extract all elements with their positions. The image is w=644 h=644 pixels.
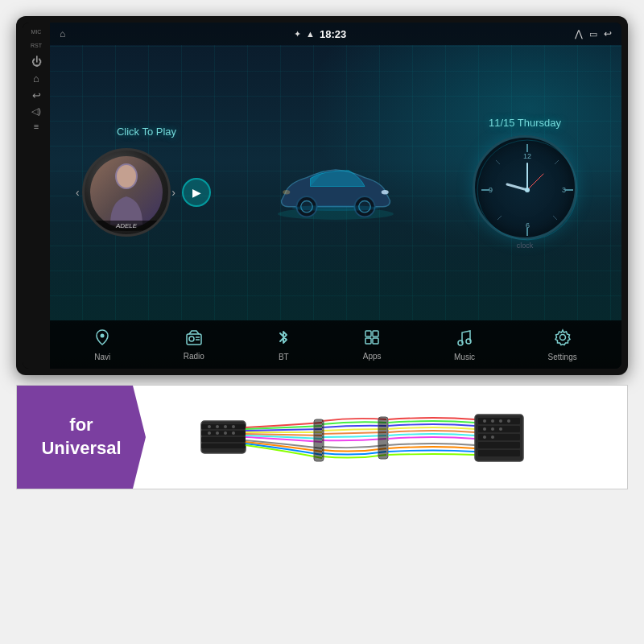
svg-point-63: [507, 419, 510, 423]
home-button[interactable]: ⌂: [33, 73, 39, 84]
svg-point-46: [224, 425, 227, 428]
svg-point-66: [499, 427, 502, 431]
navi-icon: [94, 328, 110, 350]
svg-point-47: [232, 425, 235, 428]
product-tag: for Universal: [17, 386, 146, 489]
window-icon: ▭: [589, 29, 597, 39]
status-left: ⌂: [60, 28, 65, 39]
svg-point-61: [491, 419, 494, 423]
svg-text:12: 12: [523, 152, 531, 160]
head-unit: MIC RST ⏻ ⌂ ↩ ◁) ≡ ⌂ ✦ ▲: [16, 16, 628, 375]
bt-label: BT: [279, 353, 289, 361]
wifi-icon: ▲: [306, 29, 315, 39]
svg-point-26: [525, 188, 530, 192]
svg-point-38: [559, 334, 565, 340]
content-area: Click To Play ‹: [50, 45, 621, 320]
expand-icon: ⋀: [575, 28, 583, 39]
svg-point-8: [283, 190, 290, 194]
settings-label: Settings: [548, 353, 577, 361]
apps-icon: [364, 329, 380, 349]
svg-point-7: [382, 190, 389, 194]
svg-text:3: 3: [562, 186, 566, 194]
nav-bt[interactable]: BT: [270, 325, 296, 365]
svg-rect-43: [201, 444, 246, 448]
nav-music[interactable]: Music: [448, 325, 481, 365]
album-disc[interactable]: ADELE: [82, 148, 171, 237]
home-icon: ⌂: [60, 28, 65, 39]
menu-button[interactable]: ≡: [34, 122, 39, 131]
svg-line-22: [496, 160, 500, 164]
bluetooth-nav-icon: [277, 328, 290, 350]
artist-label: ADELE: [85, 221, 168, 231]
product-section: for Universal: [16, 385, 628, 489]
svg-point-67: [483, 436, 486, 439]
bluetooth-icon: ✦: [294, 29, 301, 39]
time-display: 18:23: [320, 28, 346, 40]
svg-point-1: [117, 165, 136, 188]
svg-point-48: [208, 431, 211, 435]
nav-navi[interactable]: Navi: [88, 325, 117, 365]
svg-rect-52: [314, 419, 324, 461]
svg-point-64: [483, 427, 486, 431]
svg-point-50: [224, 431, 227, 435]
svg-rect-59: [478, 450, 520, 456]
svg-point-60: [483, 419, 486, 423]
tag-line1: for: [41, 414, 121, 437]
play-button[interactable]: ▶: [182, 178, 211, 207]
settings-icon: [554, 328, 572, 350]
bottom-nav: Navi Radio: [50, 320, 621, 369]
svg-text:9: 9: [489, 186, 493, 194]
main-screen: ⌂ ✦ ▲ 18:23 ⋀ ▭ ↩ Click To Play: [50, 23, 621, 369]
svg-rect-53: [378, 417, 388, 459]
power-button[interactable]: ⏻: [31, 56, 42, 67]
navi-label: Navi: [94, 353, 110, 361]
svg-line-19: [555, 160, 559, 164]
nav-settings[interactable]: Settings: [542, 325, 584, 365]
back-button[interactable]: ↩: [32, 90, 41, 101]
svg-point-49: [216, 431, 219, 435]
player-disc[interactable]: ‹ ADELE ▶: [82, 144, 211, 241]
back-nav-icon: ↩: [604, 28, 612, 39]
tag-line2: Universal: [41, 437, 121, 460]
music-panel: Click To Play ‹: [66, 126, 227, 241]
svg-point-51: [232, 431, 235, 435]
next-track-arrow[interactable]: ›: [171, 186, 175, 199]
svg-rect-34: [365, 338, 371, 344]
radio-icon: [185, 329, 203, 349]
prev-track-arrow[interactable]: ‹: [76, 186, 80, 199]
click-to-play-label: Click To Play: [117, 126, 176, 138]
svg-point-65: [491, 427, 494, 431]
date-display: 11/15 Thursday: [489, 117, 561, 129]
car-svg: [263, 138, 408, 227]
svg-text:6: 6: [526, 221, 530, 229]
music-icon: [457, 328, 472, 350]
rst-label: RST: [31, 43, 42, 50]
screen-outer: MIC RST ⏻ ⌂ ↩ ◁) ≡ ⌂ ✦ ▲: [23, 23, 621, 369]
apps-label: Apps: [363, 352, 382, 361]
svg-point-68: [491, 436, 494, 439]
svg-line-20: [553, 216, 557, 220]
side-buttons: MIC RST ⏻ ⌂ ↩ ◁) ≡: [23, 23, 50, 369]
svg-rect-42: [201, 437, 246, 442]
music-label: Music: [454, 353, 475, 361]
svg-point-62: [499, 419, 502, 423]
nav-radio[interactable]: Radio: [177, 326, 211, 364]
wiring-area: [146, 386, 627, 489]
svg-point-9: [292, 205, 379, 211]
svg-point-27: [101, 333, 105, 337]
clock-svg: 12 3 6 9: [475, 138, 580, 242]
svg-rect-32: [365, 331, 371, 336]
status-bar: ⌂ ✦ ▲ 18:23 ⋀ ▭ ↩: [50, 23, 621, 45]
status-center: ✦ ▲ 18:23: [294, 28, 346, 40]
svg-rect-33: [373, 331, 378, 336]
svg-rect-58: [478, 442, 520, 448]
analog-clock: 12 3 6 9: [473, 135, 577, 240]
volume-button[interactable]: ◁): [31, 107, 41, 116]
car-image: [263, 142, 408, 223]
svg-point-45: [216, 425, 219, 428]
album-art: [90, 156, 163, 229]
status-right: ⋀ ▭ ↩: [575, 28, 612, 39]
nav-apps[interactable]: Apps: [357, 326, 388, 364]
svg-point-29: [189, 336, 194, 341]
svg-point-44: [208, 425, 211, 428]
